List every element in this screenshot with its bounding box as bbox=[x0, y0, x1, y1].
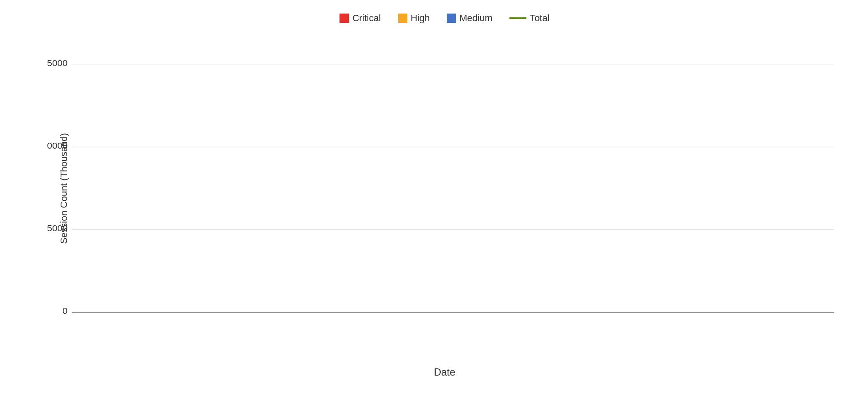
high-swatch bbox=[398, 14, 407, 23]
chart-canvas bbox=[47, 32, 843, 344]
legend-high: High bbox=[398, 13, 430, 24]
chart-legend: Critical High Medium Total bbox=[47, 13, 843, 24]
chart-plot-area: Session Count (Thousand) Date 0 5000 100… bbox=[47, 32, 843, 344]
critical-swatch bbox=[339, 14, 349, 23]
legend-total-label: Total bbox=[530, 13, 549, 24]
medium-swatch bbox=[447, 14, 456, 23]
legend-critical-label: Critical bbox=[352, 13, 381, 24]
x-axis-label: Date bbox=[434, 366, 456, 378]
legend-medium-label: Medium bbox=[459, 13, 492, 24]
legend-critical: Critical bbox=[339, 13, 381, 24]
legend-high-label: High bbox=[411, 13, 430, 24]
total-swatch bbox=[509, 17, 526, 19]
chart-container: Critical High Medium Total Session Count… bbox=[0, 0, 868, 401]
legend-total: Total bbox=[509, 13, 549, 24]
legend-medium: Medium bbox=[447, 13, 492, 24]
